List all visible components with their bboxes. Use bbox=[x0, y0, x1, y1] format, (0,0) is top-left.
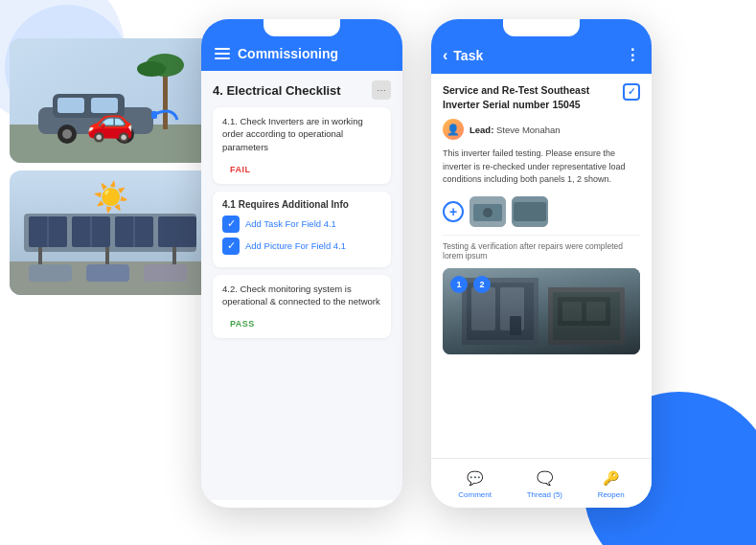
image-badge-2: 2 bbox=[473, 276, 491, 293]
phone-notch-right bbox=[503, 19, 580, 36]
thread-nav-item[interactable]: 🗨️ Thread (5) bbox=[527, 467, 562, 499]
svg-point-12 bbox=[120, 129, 129, 139]
svg-rect-8 bbox=[91, 98, 118, 113]
photos-container bbox=[10, 38, 211, 295]
checklist-text-2: 4.2. Check monitoring system is operatio… bbox=[222, 283, 381, 308]
svg-rect-20 bbox=[158, 216, 196, 247]
lead-text: Lead: Steve Monahan bbox=[470, 125, 561, 135]
hamburger-icon[interactable] bbox=[215, 48, 230, 59]
phone-notch-left bbox=[263, 19, 340, 36]
reopen-nav-item[interactable]: 🔑 Reopen bbox=[598, 467, 625, 499]
svg-rect-39 bbox=[500, 287, 524, 330]
section-title: 4. Electrical Checklist bbox=[213, 83, 341, 98]
task-title-row: Service and Re-Test Southeast Inverter S… bbox=[443, 83, 640, 111]
lead-row: 👤 Lead: Steve Monahan bbox=[443, 119, 640, 140]
thread-icon: 🗨️ bbox=[534, 467, 555, 488]
section-menu-icon[interactable]: ⋯ bbox=[372, 80, 391, 100]
add-task-icon: ✓ bbox=[222, 216, 240, 233]
lead-name: Steve Monahan bbox=[496, 125, 561, 135]
task-title-text: Service and Re-Test Southeast Inverter S… bbox=[443, 83, 617, 111]
requires-info-title: 4.1 Requires Additional Info bbox=[222, 199, 381, 210]
bottom-nav: 💬 Comment 🗨️ Thread (5) 🔑 Reopen bbox=[431, 458, 652, 508]
svg-point-10 bbox=[62, 129, 72, 139]
image-badges: 1 2 bbox=[450, 276, 491, 293]
task-description: This inverter failed testing. Please ens… bbox=[443, 148, 640, 187]
add-task-btn[interactable]: ✓ Add Task For Field 4.1 bbox=[222, 216, 381, 233]
svg-rect-27 bbox=[29, 264, 72, 282]
comment-nav-label: Comment bbox=[458, 490, 492, 499]
thumbnail-1 bbox=[470, 196, 506, 227]
svg-rect-42 bbox=[553, 292, 620, 340]
add-picture-btn[interactable]: ✓ Add Picture For Field 4.1 bbox=[222, 238, 381, 255]
thread-nav-label: Thread (5) bbox=[527, 490, 562, 499]
thumbnail-2 bbox=[512, 196, 548, 227]
requires-info-section: 4.1 Requires Additional Info ✓ Add Task … bbox=[213, 192, 391, 267]
svg-rect-40 bbox=[510, 316, 521, 335]
testing-note: Testing & verification after repairs wer… bbox=[443, 235, 640, 261]
task-check-icon[interactable]: ✓ bbox=[623, 83, 640, 101]
svg-point-4 bbox=[137, 61, 166, 77]
svg-rect-38 bbox=[471, 287, 495, 330]
three-dots-icon[interactable]: ⋮ bbox=[625, 46, 640, 64]
svg-rect-7 bbox=[57, 98, 84, 113]
add-task-label: Add Task For Field 4.1 bbox=[245, 218, 336, 229]
photo-solar bbox=[10, 170, 211, 295]
svg-point-11 bbox=[115, 125, 134, 144]
checklist-text-1: 4.1. Check Inverters are in working orde… bbox=[222, 115, 381, 153]
add-picture-icon: ✓ bbox=[222, 238, 240, 255]
phone-right: ‹ Task ⋮ Service and Re-Test Southeast I… bbox=[431, 19, 652, 508]
svg-rect-44 bbox=[562, 302, 582, 321]
left-phone-body: 4. Electrical Checklist ⋯ 4.1. Check Inv… bbox=[201, 71, 402, 500]
svg-point-32 bbox=[483, 208, 493, 217]
reopen-icon: 🔑 bbox=[601, 467, 622, 488]
svg-rect-43 bbox=[558, 297, 610, 326]
svg-rect-34 bbox=[514, 202, 546, 221]
phone-left: Commissioning 4. Electrical Checklist ⋯ … bbox=[201, 19, 402, 508]
task-header-title: Task bbox=[453, 48, 483, 63]
checklist-item-2: 4.2. Check monitoring system is operatio… bbox=[213, 275, 391, 339]
status-badge-fail: FAIL bbox=[222, 163, 259, 176]
comment-icon: 💬 bbox=[465, 467, 486, 488]
attachment-row: + bbox=[443, 196, 640, 227]
add-picture-label: Add Picture For Field 4.1 bbox=[245, 240, 346, 251]
svg-rect-28 bbox=[86, 264, 129, 282]
commissioning-title: Commissioning bbox=[238, 46, 338, 61]
photo-car bbox=[10, 38, 211, 163]
image-badge-1: 1 bbox=[450, 276, 468, 293]
svg-rect-41 bbox=[548, 287, 625, 345]
section-header: 4. Electrical Checklist ⋯ bbox=[213, 80, 391, 100]
svg-rect-13 bbox=[151, 111, 157, 119]
lead-label: Lead: bbox=[470, 125, 493, 135]
status-badge-pass: PASS bbox=[222, 317, 263, 330]
task-body: Service and Re-Test Southeast Inverter S… bbox=[431, 74, 652, 453]
svg-rect-29 bbox=[144, 264, 187, 282]
svg-rect-45 bbox=[586, 302, 606, 321]
add-attachment-button[interactable]: + bbox=[443, 201, 464, 222]
comment-nav-item[interactable]: 💬 Comment bbox=[458, 467, 492, 499]
header-left-group: ‹ Task bbox=[443, 47, 483, 64]
checklist-item-1: 4.1. Check Inverters are in working orde… bbox=[213, 107, 391, 184]
task-image: 1 2 bbox=[443, 268, 640, 354]
reopen-nav-label: Reopen bbox=[598, 490, 625, 499]
back-button[interactable]: ‹ bbox=[443, 47, 447, 64]
lead-avatar: 👤 bbox=[443, 119, 464, 140]
